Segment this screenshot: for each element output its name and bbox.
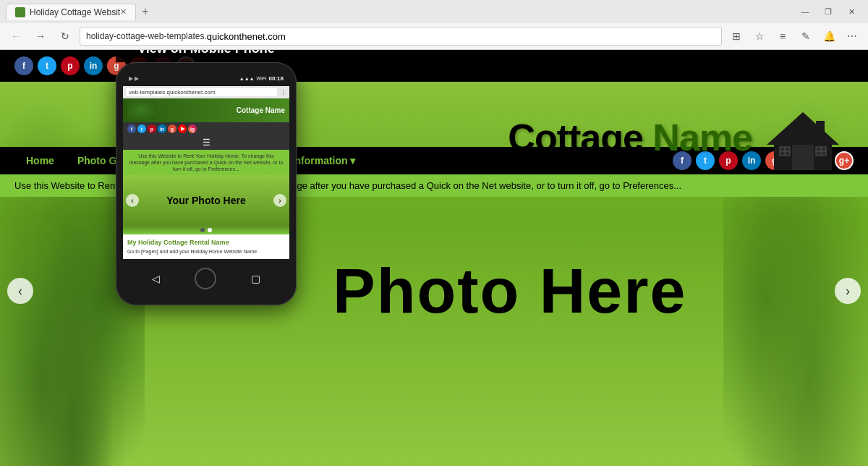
phone-menu-icon[interactable]: ⋮ — [280, 89, 286, 96]
tab-close-button[interactable]: ✕ — [120, 7, 127, 17]
svg-rect-2 — [792, 145, 814, 170]
phone-carousel-dots — [123, 226, 289, 234]
phone-social-row: ftping▶ig — [123, 122, 289, 135]
phone-dot-1[interactable] — [200, 228, 205, 232]
tab-favicon — [15, 7, 25, 17]
new-tab-button[interactable]: + — [139, 2, 151, 21]
tab-title: Holiday Cottage Websit — [30, 7, 120, 17]
minimize-button[interactable]: — — [794, 3, 816, 20]
phone-outer: ▶ ▶ ▲▲▲ WiFi 00:18 veb-templates.quickon… — [116, 62, 297, 305]
url-prefix: holiday-cottage-web-templates. — [86, 31, 207, 41]
title-bar: Holiday Cottage Websit ✕ + — ❐ ✕ — [0, 0, 868, 23]
refresh-button[interactable]: ↻ — [55, 26, 75, 46]
phone-recents-button[interactable]: ▢ — [251, 273, 260, 284]
notifications-button[interactable]: 🔔 — [819, 26, 839, 46]
phone-social-youtube[interactable]: ▶ — [178, 124, 187, 133]
phone-photo-area: ‹ Your Photo Here › — [123, 175, 289, 226]
phone-content-area: My Holiday Cottage Rental Name Go to [Pa… — [123, 234, 289, 259]
svg-marker-0 — [767, 112, 839, 145]
forward-button[interactable]: → — [30, 26, 51, 46]
phone-header-image — [127, 101, 156, 119]
phone-social-google+[interactable]: g — [168, 124, 176, 133]
window-controls: — ❐ ✕ — [794, 3, 862, 20]
logo-name: Name — [652, 116, 752, 158]
mobile-label: View on Mobile Phone — [116, 50, 297, 62]
house-icon — [760, 105, 846, 170]
phone-social-instagram[interactable]: ig — [188, 124, 197, 133]
phone-carrier: ▶ ▶ — [129, 75, 139, 82]
phone-dot-2[interactable] — [208, 228, 212, 232]
phone-url-bar[interactable]: veb-templates.quickonthenet.com — [126, 88, 277, 96]
svg-rect-9 — [816, 121, 825, 135]
phone-hamburger-icon[interactable]: ☰ — [203, 137, 210, 148]
phone-content-text: Go to [Pages] and add your Holiday Home … — [127, 248, 285, 255]
phone-carousel-arrow-left[interactable]: ‹ — [126, 194, 139, 207]
wifi-icon: WiFi — [257, 76, 267, 81]
address-bar-row: ← → ↻ holiday-cottage-web-templates.quic… — [0, 23, 868, 49]
logo-cottage: Cottage — [508, 116, 652, 158]
carousel-arrow-left[interactable]: ‹ — [7, 278, 33, 304]
mobile-mockup: View on Mobile Phone ▶ ▶ ▲▲▲ WiFi 00:18 … — [116, 50, 297, 305]
logo-area: Cottage Name — [508, 105, 846, 170]
phone-social-pinterest[interactable]: p — [148, 124, 156, 133]
carousel-arrow-right[interactable]: › — [835, 278, 861, 304]
phone-status-bar: ▶ ▶ ▲▲▲ WiFi 00:18 — [123, 72, 289, 85]
back-button[interactable]: ← — [6, 26, 26, 46]
phone-site-header: Cottage Name — [123, 98, 289, 122]
site-logo-text: Cottage Name — [508, 116, 752, 159]
phone-site-name: Cottage Name — [237, 106, 285, 114]
phone-bottom-bar: ◁ ▢ — [123, 262, 289, 295]
announcement-text: Use this Website to Rent Your Holiday Ho… — [14, 180, 681, 191]
bookmarks-panel-button[interactable]: ⊞ — [726, 26, 746, 46]
close-button[interactable]: ✕ — [841, 3, 862, 20]
main-photo-text: Photo Here — [333, 254, 686, 328]
phone-carousel-arrow-right[interactable]: › — [273, 194, 286, 207]
favorites-button[interactable]: ☆ — [749, 26, 770, 46]
phone-status-icons: ▲▲▲ WiFi 00:18 — [239, 75, 284, 82]
settings-hub-button[interactable]: ≡ — [773, 26, 793, 46]
toolbar-icons: ⊞ ☆ ≡ ✎ 🔔 ⋯ — [726, 26, 862, 46]
phone-social-twitter[interactable]: t — [137, 124, 146, 133]
time-display: 00:18 — [269, 75, 284, 82]
nav-home[interactable]: Home — [14, 147, 66, 174]
browser-chrome: Holiday Cottage Websit ✕ + — ❐ ✕ ← → ↻ h… — [0, 0, 868, 50]
phone-back-button[interactable]: ◁ — [152, 273, 160, 284]
phone-photo-text: Your Photo Here — [166, 195, 245, 206]
phone-home-button[interactable] — [195, 268, 216, 289]
url-domain: quickonthenet.com — [207, 31, 286, 42]
phone-social-linkedin[interactable]: in — [158, 124, 166, 133]
phone-social-facebook[interactable]: f — [127, 124, 136, 133]
edit-button[interactable]: ✎ — [796, 26, 816, 46]
phone-announcement: Use this Website to Rent Your Holiday Ho… — [123, 150, 289, 175]
more-button[interactable]: ⋯ — [842, 26, 862, 46]
browser-tab[interactable]: Holiday Cottage Websit ✕ — [6, 4, 136, 20]
address-bar[interactable]: holiday-cottage-web-templates.quickonthe… — [80, 27, 722, 46]
restore-button[interactable]: ❐ — [817, 3, 839, 20]
phone-nav-bar: ☰ — [123, 135, 289, 150]
phone-browser-bar: veb-templates.quickonthenet.com ⋮ — [123, 86, 289, 98]
phone-content-title: My Holiday Cottage Rental Name — [127, 239, 285, 246]
signal-icon: ▲▲▲ — [239, 76, 255, 81]
website-content: ftping▶igg+ Cottage Name Home Photo Gall… — [0, 50, 868, 466]
